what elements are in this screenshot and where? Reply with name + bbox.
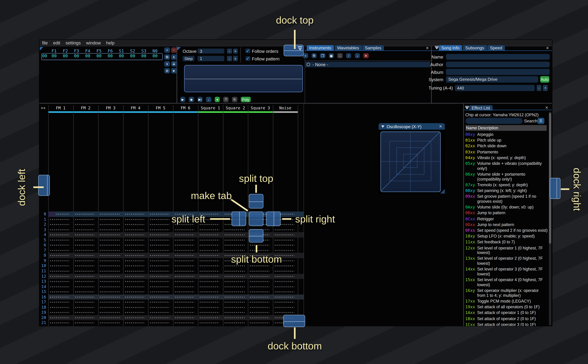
order-cell[interactable]: 00 xyxy=(138,54,149,58)
effect-row[interactable]: 04xy Vibrato (x: speed; y: depth) xyxy=(465,155,548,160)
order-column-header[interactable]: S2 xyxy=(127,49,138,54)
pattern-row[interactable]: 4 xyxy=(40,232,303,237)
deep-clone-button[interactable]: ⊘ xyxy=(164,68,170,74)
row-cells[interactable] xyxy=(48,279,303,284)
pattern-row[interactable]: 17 xyxy=(40,300,303,305)
effect-row[interactable]: 03xx Portamento xyxy=(465,150,548,154)
move-order-up-button[interactable]: ∧ xyxy=(171,54,177,60)
effect-row[interactable]: 08xy Set panning (x: left; y: right) xyxy=(465,188,548,193)
effect-row[interactable]: 11xx Set feedback (0 to 7) xyxy=(465,240,548,245)
pattern-row[interactable]: 19 xyxy=(40,310,303,315)
make-tab-target[interactable] xyxy=(249,212,263,226)
follow-pattern-checkbox[interactable]: ✓ xyxy=(245,56,250,61)
name-column-header[interactable]: Name xyxy=(465,126,478,130)
effect-row[interactable]: 17xx Toggle PCM mode (LEGACY) xyxy=(465,299,548,304)
instrument-type-button[interactable]: ∴ xyxy=(337,53,343,58)
order-column-header[interactable]: F2 xyxy=(60,49,71,54)
delete-instrument-button[interactable]: ✕ xyxy=(363,53,369,58)
effect-list-menu-button[interactable]: ☰ xyxy=(538,118,544,124)
row-cells[interactable] xyxy=(48,284,303,289)
description-column-header[interactable]: Description xyxy=(478,126,498,130)
effect-row[interactable]: 06xy Volume slide + portamento(compatibi… xyxy=(465,172,548,182)
row-cells[interactable] xyxy=(48,310,303,315)
repeat-pattern-button[interactable]: ↻ xyxy=(232,97,237,102)
collapse-icon[interactable] xyxy=(381,125,384,128)
oscilloscope-titlebar[interactable]: Oscilloscope (X-Y) ✕ xyxy=(379,123,445,130)
pattern-row[interactable]: 11 xyxy=(40,268,303,274)
order-column-header[interactable]: N0 xyxy=(149,49,161,54)
song-info-tab[interactable]: Subsongs xyxy=(463,45,487,51)
effect-row[interactable]: 14xx Set level of operator 3 (0 highest,… xyxy=(465,267,548,276)
order-column-header[interactable]: F6 xyxy=(105,49,116,54)
follow-orders-label[interactable]: Follow orders xyxy=(252,49,278,53)
tuning-input[interactable] xyxy=(455,85,535,91)
effect-row[interactable]: 19xx Set attack of all operators (0 to 1… xyxy=(465,305,548,309)
play-from-cursor-button[interactable]: ▶| xyxy=(198,97,203,102)
piano-panel[interactable] xyxy=(184,65,303,92)
split-top-target[interactable] xyxy=(249,194,263,208)
octave-minus-button[interactable]: - xyxy=(227,49,232,54)
metronome-button[interactable]: ⏱ xyxy=(223,97,229,102)
order-cell[interactable]: 00 xyxy=(71,54,82,58)
instruments-tab[interactable]: Samples xyxy=(362,45,384,51)
instrument-list-item[interactable]: - None - xyxy=(304,62,430,68)
order-column-header[interactable]: F5 xyxy=(93,49,105,54)
pattern-row[interactable]: 20 xyxy=(40,315,303,320)
window-menu-icon[interactable] xyxy=(465,107,469,109)
row-cells[interactable] xyxy=(48,320,303,325)
octave-plus-button[interactable]: + xyxy=(233,49,238,54)
order-column-header[interactable]: S1 xyxy=(116,49,127,54)
order-column-header[interactable]: S3 xyxy=(138,49,149,54)
dock-top-target[interactable] xyxy=(284,45,303,56)
row-cells[interactable] xyxy=(48,289,303,294)
menu-item[interactable]: settings xyxy=(66,41,81,45)
menu-item[interactable]: help xyxy=(106,41,114,45)
step-one-row-button[interactable]: ↓ xyxy=(206,97,211,102)
record-button[interactable]: ● xyxy=(215,97,220,102)
octave-input[interactable] xyxy=(198,49,224,54)
auto-system-button[interactable]: Auto xyxy=(540,76,549,83)
order-cell[interactable]: 00 xyxy=(116,54,127,58)
duplicate-order-button[interactable]: ⧉ xyxy=(164,54,170,60)
split-right-target[interactable] xyxy=(266,212,281,226)
move-instrument-down-button[interactable]: ↓ xyxy=(355,53,360,58)
pattern-row[interactable]: 6 xyxy=(40,243,303,248)
save-instrument-button[interactable]: ▣ xyxy=(329,53,334,58)
duplicate-end-button[interactable]: ⇊ xyxy=(171,61,177,67)
row-cells[interactable] xyxy=(48,294,303,300)
order-cell[interactable]: 00 xyxy=(105,54,116,58)
song-info-close-icon[interactable]: ✕ xyxy=(546,46,549,50)
instruments-tab[interactable]: Wavetables xyxy=(335,45,362,51)
pattern-row[interactable]: 3 xyxy=(40,227,303,232)
order-cell[interactable]: 00 xyxy=(127,54,138,58)
order-cell[interactable]: 00 xyxy=(149,54,161,58)
move-order-down-button[interactable]: ∨ xyxy=(164,61,170,67)
order-column-header[interactable]: F1 xyxy=(48,49,60,54)
dock-right-target[interactable] xyxy=(550,178,560,199)
effect-row[interactable]: 02xx Pitch slide down xyxy=(465,143,548,149)
follow-pattern-label[interactable]: Follow pattern xyxy=(252,57,280,61)
row-cells[interactable] xyxy=(48,237,303,243)
song-info-tab[interactable]: Speed xyxy=(487,45,505,51)
row-cells[interactable] xyxy=(48,300,303,305)
name-field[interactable] xyxy=(446,54,550,60)
song-info-tab[interactable]: Song Info xyxy=(439,45,462,51)
duplicate-instrument-button[interactable]: ⧉ xyxy=(311,53,317,58)
row-cells[interactable] xyxy=(48,305,303,310)
effect-list-scrollbar[interactable] xyxy=(549,112,551,325)
tuning-plus-button[interactable]: + xyxy=(543,85,548,91)
instrument-name[interactable]: - None - xyxy=(312,62,328,67)
dock-bottom-target[interactable] xyxy=(283,315,305,327)
order-row-label[interactable]: 00 xyxy=(42,54,47,58)
pattern-row[interactable]: 5 xyxy=(40,237,303,243)
effect-search-input[interactable] xyxy=(465,118,523,124)
panel-separator[interactable] xyxy=(40,103,552,104)
pattern-row[interactable]: 13 xyxy=(40,279,303,284)
pattern-row[interactable]: 21 xyxy=(40,320,303,325)
order-cell[interactable]: 00 xyxy=(60,54,71,58)
oscilloscope-close-icon[interactable]: ✕ xyxy=(439,124,442,129)
menu-item[interactable]: file xyxy=(42,41,48,45)
author-field[interactable] xyxy=(446,61,550,67)
order-column-header[interactable]: F3 xyxy=(71,49,82,54)
system-field[interactable] xyxy=(446,76,538,83)
